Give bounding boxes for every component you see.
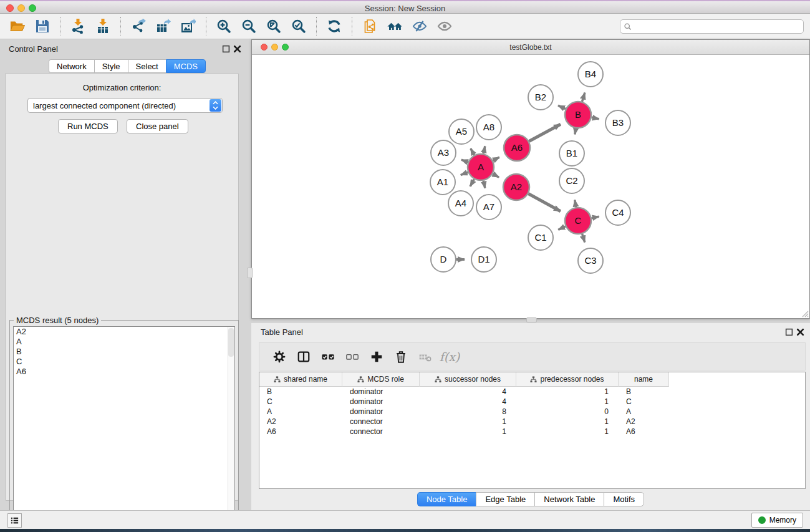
refresh-layout-button[interactable] bbox=[322, 16, 347, 37]
cell-shared-name[interactable]: C bbox=[259, 397, 342, 407]
save-session-button[interactable] bbox=[30, 16, 55, 37]
node-B2[interactable]: B2 bbox=[528, 85, 553, 110]
result-list-item[interactable]: A2 bbox=[14, 327, 234, 337]
cell-successor-nodes[interactable]: 8 bbox=[420, 407, 516, 417]
column-header-predecessor-nodes[interactable]: predecessor nodes bbox=[516, 372, 619, 387]
double-home-button[interactable] bbox=[382, 16, 407, 37]
import-network-button[interactable] bbox=[65, 16, 90, 37]
edge-A-A1[interactable] bbox=[461, 172, 468, 175]
result-list-item[interactable]: B bbox=[14, 347, 234, 357]
resize-grip-icon[interactable] bbox=[800, 309, 809, 317]
vertical-splitter-handle[interactable] bbox=[247, 268, 253, 278]
node-C2[interactable]: C2 bbox=[559, 168, 584, 193]
node-B[interactable]: B bbox=[565, 102, 591, 128]
column-header-shared-name[interactable]: shared name bbox=[259, 372, 342, 387]
node-B1[interactable]: B1 bbox=[559, 141, 584, 166]
cell-name[interactable]: A2 bbox=[619, 417, 669, 427]
cell-predecessor-nodes[interactable]: 1 bbox=[516, 427, 619, 437]
edge-B-B2[interactable] bbox=[558, 105, 566, 109]
export-table-button[interactable] bbox=[151, 16, 176, 37]
cell-name[interactable]: C bbox=[619, 397, 669, 407]
result-scrollbar-thumb[interactable] bbox=[228, 328, 234, 357]
node-C[interactable]: C bbox=[565, 208, 591, 234]
node-A2[interactable]: A2 bbox=[503, 174, 529, 200]
edge-B-B4[interactable] bbox=[582, 93, 585, 102]
node-A4[interactable]: A4 bbox=[448, 191, 473, 216]
cell-shared-name[interactable]: A2 bbox=[259, 417, 342, 427]
export-image-button[interactable] bbox=[176, 16, 201, 37]
tab-node-table[interactable]: Node Table bbox=[417, 492, 476, 506]
cell-predecessor-nodes[interactable]: 1 bbox=[516, 397, 619, 407]
memory-button[interactable]: Memory bbox=[751, 513, 803, 528]
table-row[interactable]: Cdominator41C bbox=[259, 397, 805, 407]
clear-checkboxes-button[interactable] bbox=[341, 346, 364, 367]
task-history-button[interactable] bbox=[7, 513, 22, 528]
cell-name[interactable]: B bbox=[619, 387, 669, 397]
gear-button[interactable] bbox=[268, 346, 291, 367]
node-B4[interactable]: B4 bbox=[578, 62, 603, 87]
node-A3[interactable]: A3 bbox=[431, 140, 456, 165]
column-header-successor-nodes[interactable]: successor nodes bbox=[420, 372, 516, 387]
zoom-fit-button[interactable] bbox=[261, 16, 286, 37]
edge-A-A2[interactable] bbox=[493, 174, 499, 178]
edge-A-A8[interactable] bbox=[483, 146, 485, 153]
network-canvas[interactable]: B4B2BB3A8A5A6A3B1AA1C2A2A4A7C4CC1C3DD1 bbox=[252, 55, 809, 318]
close-panel-button[interactable]: Close panel bbox=[127, 119, 188, 133]
cell-MCDS-role[interactable]: dominator bbox=[342, 387, 420, 397]
tab-mcds[interactable]: MCDS bbox=[166, 59, 206, 73]
column-header-name[interactable]: name bbox=[619, 372, 669, 387]
edge-A-A3[interactable] bbox=[461, 160, 468, 162]
cell-predecessor-nodes[interactable]: 1 bbox=[516, 387, 619, 397]
tab-motifs[interactable]: Motifs bbox=[604, 492, 644, 506]
table-row[interactable]: A6connector11A6 bbox=[259, 427, 805, 437]
horizontal-splitter-handle[interactable] bbox=[526, 317, 537, 322]
cell-MCDS-role[interactable]: dominator bbox=[342, 397, 420, 407]
network-window-titlebar[interactable]: testGlobe.txt bbox=[252, 40, 809, 55]
column-header-MCDS-role[interactable]: MCDS role bbox=[342, 372, 420, 387]
criterion-dropdown[interactable]: largest connected component (directed) bbox=[27, 98, 223, 113]
open-folder-button[interactable] bbox=[5, 16, 30, 37]
cell-MCDS-role[interactable]: connector bbox=[342, 417, 420, 427]
cell-shared-name[interactable]: A bbox=[259, 407, 342, 417]
show-visibility-button[interactable] bbox=[432, 16, 457, 37]
run-mcds-button[interactable]: Run MCDS bbox=[58, 119, 118, 133]
node-B3[interactable]: B3 bbox=[605, 110, 630, 135]
result-list-item[interactable]: A bbox=[14, 337, 234, 347]
search-input[interactable] bbox=[632, 21, 803, 32]
edge-A-A5[interactable] bbox=[471, 148, 475, 155]
edge-A-A4[interactable] bbox=[470, 179, 474, 186]
result-list-item[interactable]: C bbox=[14, 357, 234, 367]
node-A7[interactable]: A7 bbox=[476, 195, 501, 220]
tab-select[interactable]: Select bbox=[128, 59, 166, 73]
cell-predecessor-nodes[interactable]: 0 bbox=[516, 407, 619, 417]
edge-A6-B[interactable] bbox=[529, 124, 561, 141]
node-table[interactable]: shared nameMCDS rolesuccessor nodesprede… bbox=[259, 372, 806, 489]
node-A8[interactable]: A8 bbox=[476, 115, 501, 140]
table-close-panel-icon[interactable] bbox=[796, 328, 804, 336]
mcds-result-list[interactable]: A2ABCA6 bbox=[13, 326, 235, 530]
close-panel-icon[interactable] bbox=[233, 45, 241, 53]
edge-A2-C[interactable] bbox=[528, 194, 561, 211]
float-panel-icon[interactable] bbox=[222, 45, 230, 53]
table-row[interactable]: A2connector11A2 bbox=[259, 417, 805, 427]
node-D[interactable]: D bbox=[431, 247, 456, 272]
edge-C-C1[interactable] bbox=[558, 226, 566, 230]
tab-network-table[interactable]: Network Table bbox=[534, 492, 604, 506]
edge-A-A6[interactable] bbox=[493, 157, 499, 161]
table-row[interactable]: Adominator80A bbox=[259, 407, 805, 417]
cell-MCDS-role[interactable]: connector bbox=[342, 427, 420, 437]
hide-visibility-button[interactable] bbox=[407, 16, 432, 37]
cell-successor-nodes[interactable]: 4 bbox=[420, 397, 516, 407]
cell-successor-nodes[interactable]: 1 bbox=[420, 417, 516, 427]
edge-A-A7[interactable] bbox=[483, 181, 485, 188]
zoom-out-button[interactable] bbox=[236, 16, 261, 37]
edge-B-B3[interactable] bbox=[592, 117, 599, 118]
cell-predecessor-nodes[interactable]: 1 bbox=[516, 417, 619, 427]
result-list-item[interactable]: A6 bbox=[14, 367, 234, 377]
edge-B-B1[interactable] bbox=[575, 128, 576, 135]
cell-name[interactable]: A bbox=[619, 407, 669, 417]
node-A[interactable]: A bbox=[468, 154, 494, 180]
node-A5[interactable]: A5 bbox=[449, 119, 474, 144]
cell-MCDS-role[interactable]: dominator bbox=[342, 407, 420, 417]
import-table-button[interactable] bbox=[90, 16, 115, 37]
